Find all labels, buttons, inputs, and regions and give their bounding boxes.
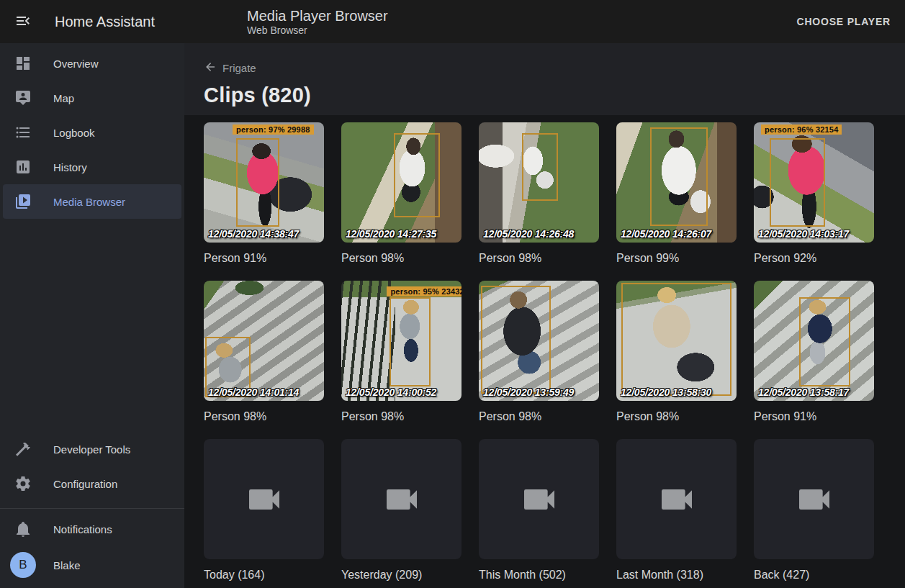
grid-wrap: person: 97% 2998812/05/2020 14:38:47Pers…	[184, 115, 905, 588]
app-title: Home Assistant	[55, 14, 155, 30]
sidebar-main-items: OverviewMapLogbookHistoryMedia Browser	[0, 46, 184, 219]
clip-caption: Person 98%	[479, 251, 599, 265]
detection-label: person: 95% 23432	[387, 286, 461, 297]
profile-name: Blake	[53, 559, 81, 571]
hammer-icon	[14, 440, 32, 458]
clip-card[interactable]: 12/05/2020 14:27:35Person 98%	[341, 122, 461, 265]
home-assistant-app: Home Assistant Media Player Browser Web …	[0, 0, 905, 588]
clip-thumbnail: 12/05/2020 13:58:17	[754, 281, 874, 401]
sidebar-item-label: Media Browser	[53, 196, 125, 208]
menu-open-icon	[14, 12, 32, 32]
clip-thumbnail: person: 97% 2998812/05/2020 14:38:47	[204, 122, 324, 243]
timestamp-overlay: 12/05/2020 13:59:49	[483, 386, 574, 398]
media-header: Media Player Browser Web Browser	[247, 7, 388, 37]
sidebar: OverviewMapLogbookHistoryMedia Browser D…	[0, 43, 184, 588]
sidebar-item-label: Configuration	[53, 478, 117, 490]
choose-player-button[interactable]: CHOOSE PLAYER	[791, 9, 896, 35]
page-title: Media Player Browser	[247, 7, 388, 24]
sidebar-item-label: History	[53, 161, 87, 173]
media-grid: person: 97% 2998812/05/2020 14:38:47Pers…	[184, 115, 905, 582]
sidebar-item-label: Overview	[53, 58, 99, 70]
detection-bounding-box	[236, 138, 279, 227]
sidebar-item-developer-tools[interactable]: Developer Tools	[3, 432, 181, 466]
folder-thumbnail	[479, 439, 599, 559]
video-icon	[244, 479, 284, 520]
view-dashboard-icon	[14, 55, 32, 72]
breadcrumb-label: Frigate	[222, 62, 256, 74]
clip-caption: Person 91%	[204, 251, 324, 265]
video-icon	[519, 479, 559, 520]
detection-bounding-box	[522, 133, 558, 201]
detection-label: person: 96% 32154	[761, 125, 842, 135]
folder-card[interactable]: This Month (502)	[479, 439, 599, 582]
folder-caption: Today (164)	[204, 568, 324, 582]
clip-thumbnail: person: 95% 2343212/05/2020 14:00:52	[341, 281, 461, 401]
folder-caption: Last Month (318)	[616, 568, 737, 582]
sidebar-item-overview[interactable]: Overview	[3, 46, 181, 81]
clip-caption: Person 98%	[341, 410, 461, 423]
clip-card[interactable]: 12/05/2020 14:26:48Person 98%	[479, 122, 599, 265]
timestamp-overlay: 12/05/2020 14:27:35	[346, 228, 436, 240]
clip-card[interactable]: person: 96% 3215412/05/2020 14:03:17Pers…	[754, 122, 874, 265]
clip-caption: Person 98%	[479, 410, 599, 423]
detection-bounding-box	[799, 297, 850, 386]
detection-bounding-box	[481, 286, 551, 394]
sidebar-toggle-button[interactable]	[6, 4, 40, 39]
timestamp-overlay: 12/05/2020 13:58:17	[758, 386, 849, 398]
timestamp-overlay: 12/05/2020 14:38:47	[208, 228, 299, 240]
clip-thumbnail: person: 96% 3215412/05/2020 14:03:17	[754, 122, 874, 243]
clip-card[interactable]: person: 95% 2343212/05/2020 14:00:52Pers…	[341, 281, 461, 423]
folder-card[interactable]: Today (164)	[204, 439, 324, 582]
format-list-bulleted-icon	[14, 124, 32, 141]
sidebar-spacer	[0, 219, 184, 432]
video-icon	[657, 479, 697, 520]
clip-card[interactable]: 12/05/2020 14:01:14Person 98%	[204, 281, 324, 423]
sidebar-item-profile[interactable]: B Blake	[3, 546, 181, 584]
sidebar-item-history[interactable]: History	[3, 150, 181, 184]
sidebar-item-notifications[interactable]: Notifications	[3, 512, 181, 546]
sidebar-item-label: Logbook	[53, 127, 95, 139]
timestamp-overlay: 12/05/2020 14:03:17	[758, 228, 849, 240]
breadcrumb-back-link[interactable]: Frigate	[204, 60, 256, 76]
sidebar-item-label: Developer Tools	[53, 443, 130, 456]
sidebar-item-map[interactable]: Map	[3, 81, 181, 115]
video-icon	[794, 479, 834, 520]
clip-thumbnail: 12/05/2020 14:26:48	[479, 122, 599, 243]
play-box-multiple-icon	[14, 193, 32, 210]
clip-caption: Person 91%	[754, 410, 874, 423]
sidebar-item-media-browser[interactable]: Media Browser	[3, 184, 181, 219]
folder-thumbnail	[754, 439, 874, 559]
detection-bounding-box	[390, 297, 431, 386]
sidebar-item-label: Map	[53, 92, 74, 104]
folder-card[interactable]: Yesterday (209)	[341, 439, 461, 582]
clip-card[interactable]: 12/05/2020 13:58:17Person 91%	[754, 281, 874, 423]
page-heading: Clips (820)	[204, 83, 905, 107]
detection-bounding-box	[621, 283, 732, 396]
sidebar-divider	[0, 508, 184, 509]
sidebar-item-label: Notifications	[53, 523, 112, 535]
detection-bounding-box	[394, 133, 439, 217]
top-bar: Home Assistant Media Player Browser Web …	[0, 0, 905, 43]
main-content: Frigate Clips (820) person: 97% 2998812/…	[184, 43, 905, 588]
folder-caption: Back (427)	[754, 568, 874, 582]
folder-caption: Yesterday (209)	[341, 568, 461, 582]
folder-card[interactable]: Last Month (318)	[616, 439, 737, 582]
clip-card[interactable]: 12/05/2020 14:26:07Person 99%	[616, 122, 737, 265]
clip-card[interactable]: 12/05/2020 13:58:30Person 98%	[616, 281, 737, 423]
folder-thumbnail	[616, 439, 737, 559]
video-icon	[382, 479, 422, 520]
detection-bounding-box	[650, 127, 708, 226]
sidebar-item-configuration[interactable]: Configuration	[3, 466, 181, 501]
clip-caption: Person 92%	[754, 251, 874, 265]
topbar-left: Home Assistant	[0, 4, 184, 39]
clip-thumbnail: 12/05/2020 14:26:07	[616, 122, 737, 243]
timestamp-overlay: 12/05/2020 13:58:30	[621, 386, 711, 398]
detection-bounding-box	[770, 138, 825, 227]
sidebar-item-logbook[interactable]: Logbook	[3, 115, 181, 150]
clip-thumbnail: 12/05/2020 14:01:14	[204, 281, 324, 401]
clip-card[interactable]: 12/05/2020 13:59:49Person 98%	[479, 281, 599, 423]
folder-card[interactable]: Back (427)	[754, 439, 874, 582]
folder-thumbnail	[341, 439, 461, 559]
clip-card[interactable]: person: 97% 2998812/05/2020 14:38:47Pers…	[204, 122, 324, 265]
clip-caption: Person 98%	[341, 251, 461, 265]
